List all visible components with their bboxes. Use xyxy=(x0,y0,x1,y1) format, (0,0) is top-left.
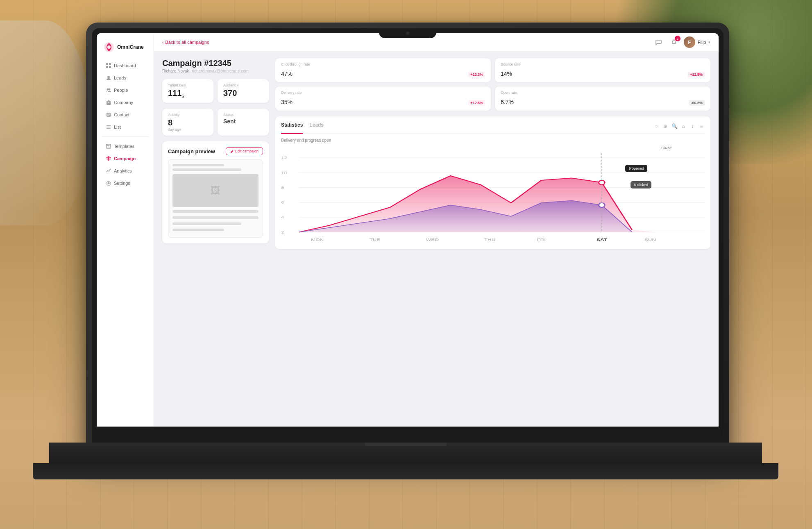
chart-icon-download[interactable]: ↓ xyxy=(689,123,696,129)
dr-value-row: 35% +12.5% xyxy=(281,96,485,107)
ctr-label: Click through rate xyxy=(281,62,485,66)
dr-value: 35% xyxy=(281,96,293,107)
svg-point-8 xyxy=(109,89,111,91)
svg-text:SUN: SUN xyxy=(644,237,656,242)
svg-rect-5 xyxy=(109,66,111,68)
sidebar-item-people[interactable]: People xyxy=(99,84,151,96)
svg-text:4: 4 xyxy=(281,215,284,219)
camera-notch xyxy=(379,28,436,38)
delivery-rate-card: Delivery rate 35% +12.5% xyxy=(275,86,491,111)
wire-line xyxy=(172,222,241,225)
target-deal-value: 111$ xyxy=(168,89,208,99)
notification-icon-btn[interactable]: 2 xyxy=(668,36,680,48)
laptop-base xyxy=(33,463,778,479)
svg-text:FRI: FRI xyxy=(537,237,545,242)
message-icon-btn[interactable] xyxy=(653,36,664,48)
sidebar-item-templates[interactable]: Templates xyxy=(99,141,151,152)
contact-icon xyxy=(106,112,111,118)
br-value: 14% xyxy=(501,68,512,78)
user-avatar-btn[interactable]: F Filip ▾ xyxy=(684,36,710,48)
logo-text: OmniCrane xyxy=(117,44,144,50)
chart-icon-search[interactable]: ⊕ xyxy=(662,123,669,129)
laptop-hinge xyxy=(365,443,447,446)
sidebar-item-list[interactable]: List xyxy=(99,121,151,133)
chart-title: Delivery and progress open xyxy=(281,138,705,143)
campaign-owner: Richard Novak richard.novak@omnicrane.co… xyxy=(162,69,269,73)
content-area: Campaign #12345 Richard Novak richard.no… xyxy=(154,52,719,427)
sidebar-item-label: List xyxy=(114,125,121,129)
metrics-grid: Click through rate 47% +12.3% xyxy=(275,58,710,111)
list-icon xyxy=(106,124,111,130)
dashboard-icon xyxy=(106,63,111,68)
svg-rect-10 xyxy=(108,102,109,103)
activity-card: Activity 8 day ago xyxy=(162,109,213,136)
wire-line xyxy=(172,168,241,171)
activity-unit: day ago xyxy=(168,127,208,132)
sidebar-item-contact[interactable]: Contact xyxy=(99,109,151,120)
click-through-rate-card: Click through rate 47% +12.3% xyxy=(275,58,491,82)
stats-row-1: Target deal 111$ Audience 370 xyxy=(162,79,269,103)
chart-icon-zoom[interactable]: 🔍 xyxy=(671,123,678,129)
bounce-rate-card: Bounce rate 14% +12.5% xyxy=(495,58,710,82)
sidebar-item-label: Leads xyxy=(114,75,126,80)
app-container: OmniCrane Dashboard xyxy=(97,33,719,427)
tab-statistics[interactable]: Statistics xyxy=(281,122,303,134)
campaign-title: Campaign #12345 xyxy=(162,58,269,68)
edit-campaign-button[interactable]: Edit campaign xyxy=(226,147,263,155)
or-value-row: 6.7% -60.8% xyxy=(501,96,705,107)
status-value: Sent xyxy=(223,118,263,125)
chart-icon-circle[interactable]: ○ xyxy=(653,123,660,129)
open-rate-card: Open rate 6.7% -60.8% xyxy=(495,86,710,111)
sidebar-item-label: Templates xyxy=(114,144,134,149)
activity-label: Activity xyxy=(168,113,208,117)
screen: OmniCrane Dashboard xyxy=(97,33,719,427)
chart-icon-menu[interactable]: ≡ xyxy=(698,123,705,129)
svg-text:6: 6 xyxy=(281,200,284,204)
sidebar-item-company[interactable]: Company xyxy=(99,97,151,108)
svg-rect-11 xyxy=(109,102,109,103)
br-label: Bounce rate xyxy=(501,62,705,66)
campaign-header: Campaign #12345 Richard Novak richard.no… xyxy=(162,58,269,73)
tooltip-clicked: 6 clicked xyxy=(631,181,651,188)
sidebar-item-label: Contact xyxy=(114,112,129,117)
sidebar-item-analytics[interactable]: Analytics xyxy=(99,165,151,177)
chart-dot-clicked xyxy=(599,203,605,207)
svg-point-24 xyxy=(110,169,111,170)
audience-value: 370 xyxy=(223,89,263,98)
breadcrumb-label[interactable]: Back to all campaigns xyxy=(165,40,209,45)
or-change: -60.8% xyxy=(689,100,705,106)
sidebar-item-settings[interactable]: Settings xyxy=(99,177,151,189)
analytics-icon xyxy=(106,168,111,174)
logo-icon xyxy=(103,41,115,53)
settings-icon xyxy=(106,180,111,186)
chart-today-area: TODAY xyxy=(281,146,705,152)
svg-rect-4 xyxy=(106,66,108,68)
sidebar-item-dashboard[interactable]: Dashboard xyxy=(99,60,151,71)
svg-text:8: 8 xyxy=(281,185,284,190)
svg-rect-2 xyxy=(106,63,108,65)
tab-leads[interactable]: Leads xyxy=(309,122,324,130)
audience-card: Audience 370 xyxy=(218,79,269,103)
chart-icon-home[interactable]: ⌂ xyxy=(680,123,687,129)
chart-tabs: Statistics Leads ○ ⊕ 🔍 ⌂ xyxy=(281,122,705,134)
sidebar-item-campaign[interactable]: Campaign xyxy=(99,153,151,164)
camera-dot xyxy=(406,32,409,35)
logo: OmniCrane xyxy=(97,40,154,59)
email-wireframe: 🖼 xyxy=(168,159,263,238)
wire-image-placeholder: 🖼 xyxy=(172,174,259,207)
leads-icon xyxy=(106,75,111,81)
laptop-shell: OmniCrane Dashboard xyxy=(86,23,729,453)
svg-rect-3 xyxy=(109,63,111,65)
target-deal-label: Target deal xyxy=(168,83,208,87)
topbar: ‹ Back to all campaigns xyxy=(154,33,719,52)
sidebar-item-leads[interactable]: Leads xyxy=(99,72,151,84)
br-value-row: 14% +12.5% xyxy=(501,68,705,78)
wire-line xyxy=(172,164,224,166)
svg-text:MON: MON xyxy=(311,237,324,242)
svg-text:THU: THU xyxy=(484,237,495,242)
svg-rect-20 xyxy=(107,145,109,146)
activity-value: 8 xyxy=(168,118,208,127)
chart-area: 12 10 8 6 4 2 xyxy=(281,153,705,243)
chevron-down-icon: ▾ xyxy=(708,40,710,44)
wire-line xyxy=(172,216,259,219)
